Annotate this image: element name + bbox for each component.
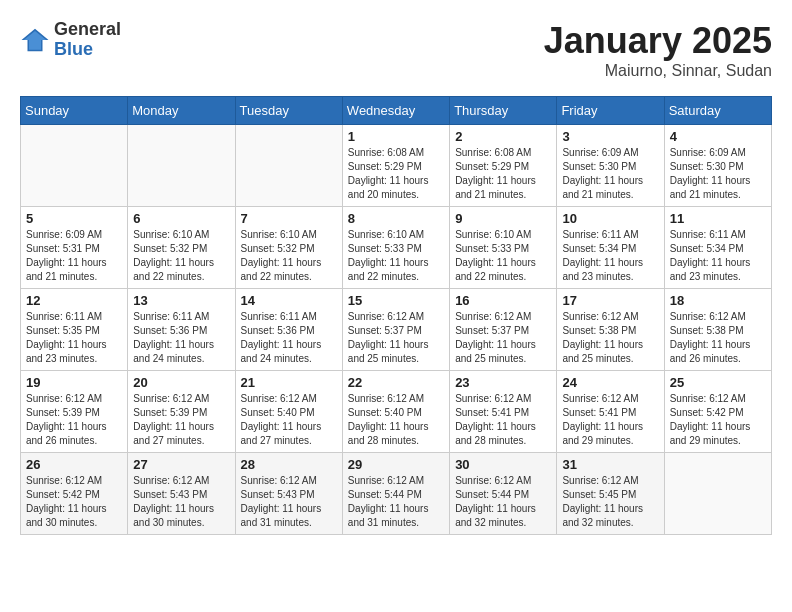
day-number: 18	[670, 293, 766, 308]
day-number: 12	[26, 293, 122, 308]
day-info: Sunrise: 6:12 AM Sunset: 5:41 PM Dayligh…	[562, 392, 658, 448]
day-number: 4	[670, 129, 766, 144]
day-info: Sunrise: 6:12 AM Sunset: 5:39 PM Dayligh…	[133, 392, 229, 448]
day-info: Sunrise: 6:10 AM Sunset: 5:32 PM Dayligh…	[133, 228, 229, 284]
calendar-cell: 9Sunrise: 6:10 AM Sunset: 5:33 PM Daylig…	[450, 207, 557, 289]
month-title: January 2025	[544, 20, 772, 62]
day-info: Sunrise: 6:11 AM Sunset: 5:35 PM Dayligh…	[26, 310, 122, 366]
svg-marker-1	[24, 31, 47, 50]
logo: General Blue	[20, 20, 121, 60]
day-info: Sunrise: 6:11 AM Sunset: 5:34 PM Dayligh…	[562, 228, 658, 284]
calendar-cell: 16Sunrise: 6:12 AM Sunset: 5:37 PM Dayli…	[450, 289, 557, 371]
calendar-cell: 7Sunrise: 6:10 AM Sunset: 5:32 PM Daylig…	[235, 207, 342, 289]
calendar-cell: 14Sunrise: 6:11 AM Sunset: 5:36 PM Dayli…	[235, 289, 342, 371]
day-number: 22	[348, 375, 444, 390]
day-info: Sunrise: 6:12 AM Sunset: 5:37 PM Dayligh…	[348, 310, 444, 366]
day-number: 2	[455, 129, 551, 144]
day-info: Sunrise: 6:12 AM Sunset: 5:45 PM Dayligh…	[562, 474, 658, 530]
calendar-cell	[128, 125, 235, 207]
day-number: 30	[455, 457, 551, 472]
day-number: 13	[133, 293, 229, 308]
calendar-cell: 31Sunrise: 6:12 AM Sunset: 5:45 PM Dayli…	[557, 453, 664, 535]
logo-icon	[20, 25, 50, 55]
location-text: Maiurno, Sinnar, Sudan	[544, 62, 772, 80]
day-info: Sunrise: 6:08 AM Sunset: 5:29 PM Dayligh…	[455, 146, 551, 202]
day-number: 25	[670, 375, 766, 390]
day-number: 3	[562, 129, 658, 144]
day-number: 24	[562, 375, 658, 390]
day-info: Sunrise: 6:08 AM Sunset: 5:29 PM Dayligh…	[348, 146, 444, 202]
day-number: 7	[241, 211, 337, 226]
calendar-cell: 20Sunrise: 6:12 AM Sunset: 5:39 PM Dayli…	[128, 371, 235, 453]
day-info: Sunrise: 6:09 AM Sunset: 5:30 PM Dayligh…	[562, 146, 658, 202]
weekday-header-thursday: Thursday	[450, 97, 557, 125]
calendar-cell: 2Sunrise: 6:08 AM Sunset: 5:29 PM Daylig…	[450, 125, 557, 207]
day-number: 17	[562, 293, 658, 308]
day-number: 8	[348, 211, 444, 226]
day-number: 29	[348, 457, 444, 472]
day-info: Sunrise: 6:11 AM Sunset: 5:36 PM Dayligh…	[241, 310, 337, 366]
calendar-table: SundayMondayTuesdayWednesdayThursdayFrid…	[20, 96, 772, 535]
logo-general-text: General	[54, 20, 121, 40]
week-row-5: 26Sunrise: 6:12 AM Sunset: 5:42 PM Dayli…	[21, 453, 772, 535]
weekday-header-friday: Friday	[557, 97, 664, 125]
calendar-cell: 12Sunrise: 6:11 AM Sunset: 5:35 PM Dayli…	[21, 289, 128, 371]
calendar-cell: 17Sunrise: 6:12 AM Sunset: 5:38 PM Dayli…	[557, 289, 664, 371]
day-info: Sunrise: 6:12 AM Sunset: 5:44 PM Dayligh…	[455, 474, 551, 530]
day-number: 28	[241, 457, 337, 472]
calendar-cell	[664, 453, 771, 535]
day-number: 20	[133, 375, 229, 390]
weekday-header-tuesday: Tuesday	[235, 97, 342, 125]
calendar-cell: 18Sunrise: 6:12 AM Sunset: 5:38 PM Dayli…	[664, 289, 771, 371]
logo-text: General Blue	[54, 20, 121, 60]
day-number: 15	[348, 293, 444, 308]
calendar-cell	[21, 125, 128, 207]
day-info: Sunrise: 6:12 AM Sunset: 5:43 PM Dayligh…	[133, 474, 229, 530]
weekday-header-wednesday: Wednesday	[342, 97, 449, 125]
day-info: Sunrise: 6:09 AM Sunset: 5:31 PM Dayligh…	[26, 228, 122, 284]
day-info: Sunrise: 6:10 AM Sunset: 5:32 PM Dayligh…	[241, 228, 337, 284]
day-info: Sunrise: 6:12 AM Sunset: 5:38 PM Dayligh…	[670, 310, 766, 366]
day-number: 9	[455, 211, 551, 226]
title-block: January 2025 Maiurno, Sinnar, Sudan	[544, 20, 772, 80]
day-info: Sunrise: 6:12 AM Sunset: 5:44 PM Dayligh…	[348, 474, 444, 530]
page-header: General Blue January 2025 Maiurno, Sinna…	[20, 20, 772, 80]
day-number: 14	[241, 293, 337, 308]
weekday-header-sunday: Sunday	[21, 97, 128, 125]
day-number: 21	[241, 375, 337, 390]
calendar-cell: 28Sunrise: 6:12 AM Sunset: 5:43 PM Dayli…	[235, 453, 342, 535]
day-info: Sunrise: 6:12 AM Sunset: 5:43 PM Dayligh…	[241, 474, 337, 530]
calendar-cell	[235, 125, 342, 207]
weekday-header-saturday: Saturday	[664, 97, 771, 125]
calendar-cell: 4Sunrise: 6:09 AM Sunset: 5:30 PM Daylig…	[664, 125, 771, 207]
week-row-1: 1Sunrise: 6:08 AM Sunset: 5:29 PM Daylig…	[21, 125, 772, 207]
day-info: Sunrise: 6:12 AM Sunset: 5:40 PM Dayligh…	[348, 392, 444, 448]
day-number: 1	[348, 129, 444, 144]
week-row-3: 12Sunrise: 6:11 AM Sunset: 5:35 PM Dayli…	[21, 289, 772, 371]
day-number: 23	[455, 375, 551, 390]
calendar-cell: 19Sunrise: 6:12 AM Sunset: 5:39 PM Dayli…	[21, 371, 128, 453]
day-info: Sunrise: 6:12 AM Sunset: 5:37 PM Dayligh…	[455, 310, 551, 366]
day-info: Sunrise: 6:09 AM Sunset: 5:30 PM Dayligh…	[670, 146, 766, 202]
calendar-cell: 29Sunrise: 6:12 AM Sunset: 5:44 PM Dayli…	[342, 453, 449, 535]
calendar-cell: 30Sunrise: 6:12 AM Sunset: 5:44 PM Dayli…	[450, 453, 557, 535]
day-info: Sunrise: 6:12 AM Sunset: 5:40 PM Dayligh…	[241, 392, 337, 448]
day-info: Sunrise: 6:10 AM Sunset: 5:33 PM Dayligh…	[348, 228, 444, 284]
weekday-header-row: SundayMondayTuesdayWednesdayThursdayFrid…	[21, 97, 772, 125]
calendar-cell: 10Sunrise: 6:11 AM Sunset: 5:34 PM Dayli…	[557, 207, 664, 289]
calendar-cell: 8Sunrise: 6:10 AM Sunset: 5:33 PM Daylig…	[342, 207, 449, 289]
day-number: 31	[562, 457, 658, 472]
day-number: 26	[26, 457, 122, 472]
weekday-header-monday: Monday	[128, 97, 235, 125]
day-info: Sunrise: 6:12 AM Sunset: 5:39 PM Dayligh…	[26, 392, 122, 448]
calendar-cell: 22Sunrise: 6:12 AM Sunset: 5:40 PM Dayli…	[342, 371, 449, 453]
calendar-cell: 15Sunrise: 6:12 AM Sunset: 5:37 PM Dayli…	[342, 289, 449, 371]
calendar-cell: 21Sunrise: 6:12 AM Sunset: 5:40 PM Dayli…	[235, 371, 342, 453]
day-number: 16	[455, 293, 551, 308]
calendar-cell: 11Sunrise: 6:11 AM Sunset: 5:34 PM Dayli…	[664, 207, 771, 289]
calendar-cell: 23Sunrise: 6:12 AM Sunset: 5:41 PM Dayli…	[450, 371, 557, 453]
calendar-cell: 13Sunrise: 6:11 AM Sunset: 5:36 PM Dayli…	[128, 289, 235, 371]
day-number: 27	[133, 457, 229, 472]
week-row-2: 5Sunrise: 6:09 AM Sunset: 5:31 PM Daylig…	[21, 207, 772, 289]
calendar-cell: 24Sunrise: 6:12 AM Sunset: 5:41 PM Dayli…	[557, 371, 664, 453]
